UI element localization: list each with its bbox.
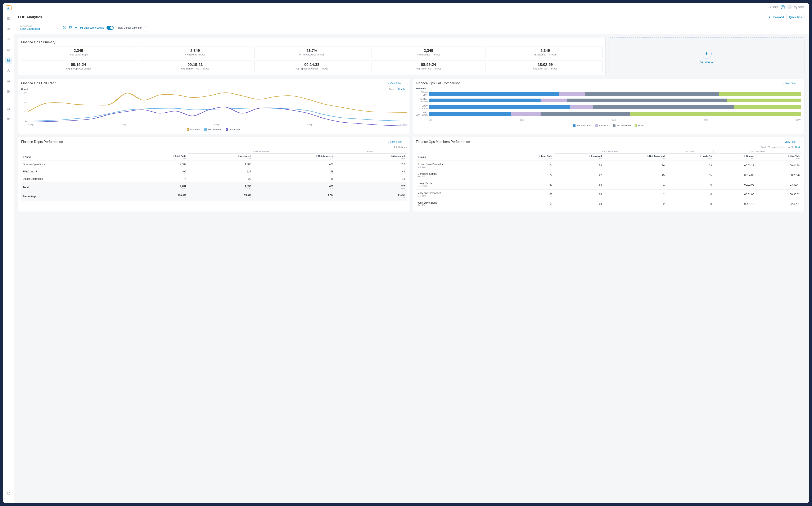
nav-target-icon[interactable] <box>5 78 12 85</box>
kpi-card: 00:14:33Avg. Speed of Answer _ FinOps <box>255 60 369 72</box>
panel-title: Finance Ops Call Trend <box>21 81 56 85</box>
legend-item[interactable]: Abandoned <box>226 128 241 131</box>
nav-video-icon[interactable] <box>5 47 12 53</box>
help-icon[interactable]: ? <box>781 5 785 9</box>
col-name[interactable]: ⇅Name <box>21 154 121 161</box>
avatar <box>788 5 792 9</box>
col-total[interactable]: ⇅Total CallsSUM <box>503 154 554 161</box>
view-filter-button[interactable]: ⌄View Filter <box>387 141 401 143</box>
col-holds[interactable]: ⇅Holds OnSUM <box>666 154 714 161</box>
col-abandoned[interactable]: ⇅AbandonedSUM <box>335 154 407 161</box>
total-items: Total 161 items <box>761 146 777 148</box>
dashboard-selector[interactable]: DASHBOARD New Dashboard ⌄ <box>18 24 60 31</box>
kebab-icon[interactable]: ⋮ <box>404 82 407 85</box>
kebab-icon[interactable]: ⋮ <box>404 140 407 144</box>
col-not-answered[interactable]: ⇅Not AnsweredSUM <box>253 154 335 161</box>
page-indicator: 1 of 33 <box>787 146 794 148</box>
view-filter-button[interactable]: ⌄View Filter <box>782 141 796 143</box>
table-row[interactable]: Finance Operations2,3021,380400310 <box>21 161 407 168</box>
app-logo: R <box>6 5 11 11</box>
line-chart: 20015010050 6 Sep7 Sep8 Sep9 Sep10 Sep <box>21 92 407 126</box>
table-row[interactable]: Geraldine SambuExt. 3827227451500:04:030… <box>416 170 801 180</box>
nav-settings-icon[interactable] <box>5 25 12 32</box>
call-trend-panel: Finance Ops Call Trend ⌄View Filter ⋮ Co… <box>18 78 410 134</box>
legend-item[interactable]: Answered <box>596 124 609 127</box>
toolbar: DASHBOARD New Dashboard ⌄ ⓘ + Last Work … <box>14 22 809 34</box>
kebab-icon[interactable]: ⋮ <box>600 40 603 44</box>
nav-reports-icon[interactable] <box>5 57 12 64</box>
nav-bell-icon[interactable] <box>5 105 12 112</box>
summary-panel: Finance Ops Summary ⋮ 2,349Total Calls F… <box>18 37 606 75</box>
panel-title: Finance Depts Performance <box>21 140 63 144</box>
table-row[interactable]: Tristan Dave BuenaflorExt. 2927745816280… <box>416 161 801 170</box>
table-row[interactable]: Digital Operations74231513 <box>21 175 407 183</box>
svg-point-8 <box>8 81 9 82</box>
nav-user-icon[interactable] <box>5 67 12 74</box>
add-icon[interactable]: + <box>75 25 77 30</box>
col-total[interactable]: ⇅Total CallsSUM <box>121 154 188 161</box>
col-name[interactable]: ⇅Name <box>416 154 503 161</box>
left-nav-rail: R <box>3 3 14 503</box>
col-answered[interactable]: ⇅AnsweredSUM <box>554 154 604 161</box>
col-ringing[interactable]: ⇅RingingAVG <box>714 154 756 161</box>
kebab-icon[interactable]: ⋮ <box>798 82 801 85</box>
col-answered[interactable]: ⇅AnsweredSUM <box>188 154 253 161</box>
user-name: Ray Smith <box>793 6 804 9</box>
nav-analytics-icon[interactable] <box>5 36 12 43</box>
legend-item[interactable]: Not Answered <box>613 124 631 127</box>
call-comparison-panel: Finance Ops Call Comparison ⌄View Filter… <box>413 78 804 134</box>
members-label: Members <box>416 87 801 90</box>
table-row[interactable]: Mary Ann HernandezExt. 234966642000:01:0… <box>416 190 801 199</box>
nav-gear-icon[interactable] <box>5 490 12 497</box>
legend-item[interactable]: Holds <box>635 124 644 127</box>
kpi-card: 2,349Total Calls FinOps <box>21 46 136 58</box>
kebab-icon[interactable]: ⋮ <box>798 140 801 144</box>
bar-row: TristanDave <box>429 92 801 96</box>
global-calendar-toggle[interactable] <box>106 26 114 30</box>
y-axis-label: Count <box>21 88 28 90</box>
bar-row: GeraldineSambu <box>429 99 801 102</box>
add-widget-button[interactable]: + Add Widget <box>609 37 804 75</box>
kpi-card: 18:02:59Avg. Live Talk _ FinOps <box>488 60 603 72</box>
table-row[interactable]: Lorely YarciaExt. 1028967661000:02:0803:… <box>416 180 801 190</box>
col-not-answered[interactable]: ⇅Not AnsweredSUM <box>604 154 666 161</box>
svg-point-6 <box>8 70 9 71</box>
seg-hourly[interactable]: Hourly <box>396 87 407 91</box>
kpi-card: 2,349% Voicemail _ FinOps <box>488 46 603 58</box>
download-button[interactable]: Download <box>768 15 784 19</box>
svg-point-1 <box>8 28 9 29</box>
quick-tips-button[interactable]: Quick Tips <box>786 14 804 20</box>
nav-mail-icon[interactable] <box>5 116 12 122</box>
panel-title: Finance Ops Members Performance <box>416 140 470 144</box>
table-row[interactable]: John Edwin BauaExt. 40465632000:01:1902:… <box>416 199 801 209</box>
view-filter-button[interactable]: ⌄View Filter <box>782 82 796 85</box>
page-title: LOB Analytics <box>18 15 42 19</box>
percentage-row: Percentage100.0%%55.0%%17.0%%13.4%% <box>21 192 407 201</box>
legend-item[interactable]: Inbound Direct <box>573 124 592 127</box>
info-icon[interactable]: ⓘ <box>145 26 147 30</box>
prev-page: ‹ Prev. <box>778 146 785 148</box>
chevron-down-icon: ⌄ <box>56 26 58 29</box>
topbar: US/Pacific ? Ray Smith <box>14 3 809 11</box>
kpi-card: 08:59:24Avg. Hold Time _ FinOps <box>371 60 486 72</box>
copy-icon[interactable] <box>69 26 72 29</box>
kpi-card: 00:15:21Avg. Handle Time _ FinOps <box>138 60 253 72</box>
panel-title: Finance Ops Call Comparison <box>416 81 460 85</box>
kpi-card: 26.7%% Not Answered FinOps <box>255 46 369 58</box>
bar-row: LorelyYarcia <box>429 105 801 109</box>
col-live[interactable]: ⇅Live TalkAVG <box>756 154 801 161</box>
date-range-picker[interactable]: Last Work Week <box>80 26 104 29</box>
nav-dashboard-icon[interactable] <box>5 15 12 22</box>
info-icon[interactable]: ⓘ <box>63 26 66 30</box>
next-page[interactable]: Next › <box>795 146 801 148</box>
legend-item[interactable]: Not Answered <box>204 128 222 131</box>
user-menu[interactable]: Ray Smith <box>788 5 804 9</box>
legend-item[interactable]: Answered <box>187 128 200 131</box>
table-row[interactable]: FP&A and IR4051275849 <box>21 168 407 175</box>
kpi-card: 2,349# Abandoned _ FinOps <box>371 46 486 58</box>
nav-library-icon[interactable] <box>5 88 12 95</box>
view-filter-button[interactable]: ⌄View Filter <box>387 82 401 85</box>
svg-rect-10 <box>8 91 9 93</box>
seg-daily[interactable]: Daily <box>387 87 396 91</box>
svg-rect-9 <box>7 91 8 93</box>
